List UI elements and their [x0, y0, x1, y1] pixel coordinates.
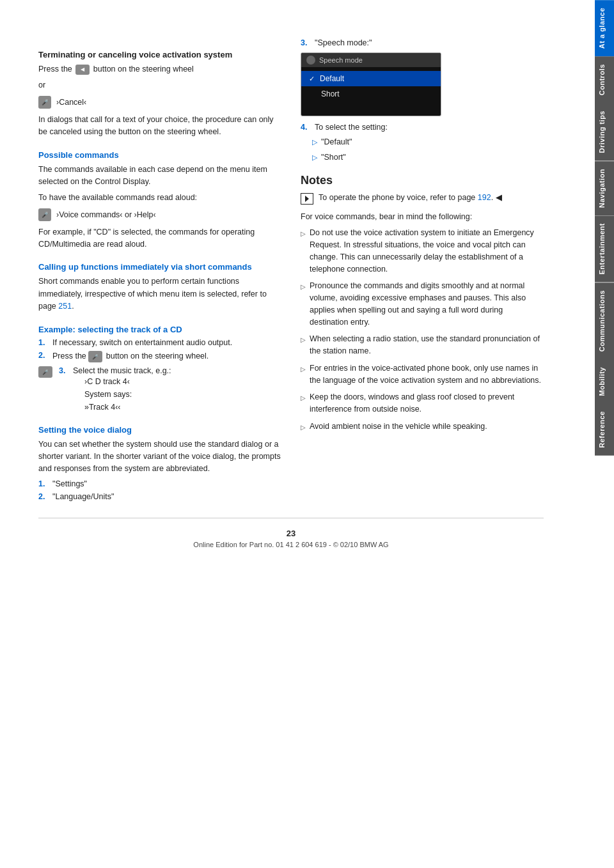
- step-3-num: 3.: [59, 366, 68, 375]
- bullet-2-icon: ▷: [301, 282, 306, 291]
- notes-body-intro: For voice commands, bear in mind the fol…: [301, 211, 544, 223]
- section-example-title: Example: selecting the track of a CD: [38, 325, 281, 334]
- speech-mode-title-text: Speech mode: [319, 56, 363, 64]
- speech-mode-default-label: Default: [320, 74, 344, 83]
- section-setting-title: Setting the voice dialog: [38, 425, 281, 435]
- sidebar-tab-at-a-glance[interactable]: At a glance: [595, 0, 614, 56]
- ref-arrow: ◀: [496, 193, 502, 202]
- sidebar-tab-navigation[interactable]: Navigation: [595, 161, 614, 215]
- setting-step-1-num: 1.: [38, 479, 47, 488]
- notes-ref-page[interactable]: 192: [478, 193, 491, 202]
- arrow-default-icon: ▷: [312, 137, 317, 148]
- section-possible-title: Possible commands: [38, 150, 281, 160]
- section-possible-body3: For example, if "CD" is selected, the co…: [38, 226, 281, 251]
- step-1-num: 1.: [38, 338, 47, 347]
- cancel-line: ›Cancel‹: [38, 96, 281, 109]
- bullet-6: ▷ Avoid ambient noise in the vehicle whi…: [301, 421, 544, 433]
- right-step-3-num: 3.: [301, 38, 310, 47]
- speech-mode-default: ✓ Default: [301, 71, 441, 86]
- page-footer: 23 Online Edition for Part no. 01 41 2 6…: [38, 518, 544, 554]
- step4-options: ▷ "Default" ▷ "Short": [301, 136, 544, 164]
- bullet-6-text: Avoid ambient noise in the vehicle while…: [310, 421, 487, 433]
- section-setting-voice: Setting the voice dialog You can set whe…: [38, 425, 281, 501]
- speech-mode-short-label: Short: [321, 89, 340, 98]
- speech-mode-body: ✓ Default Short: [301, 67, 441, 105]
- bullet-1: ▷ Do not use the voice activation system…: [301, 227, 544, 275]
- step-1-text: If necessary, switch on entertainment au…: [52, 338, 232, 347]
- voice-commands-icon: [38, 208, 51, 221]
- voice-commands-text: ›Voice commands‹ or ›Help‹: [56, 210, 156, 219]
- bullet-3-icon: ▷: [301, 335, 306, 345]
- setting-step-2: 2. "Language/Units": [38, 492, 281, 501]
- section-possible-body1: The commands available in each case depe…: [38, 164, 281, 189]
- step-3-line1: ›C D track 4‹: [84, 375, 171, 388]
- bullet-2-text: Pronounce the commands and digits smooth…: [310, 280, 544, 328]
- step4-default-text: "Default": [321, 136, 352, 148]
- right-step-4-row: 4. To select the setting:: [301, 123, 544, 132]
- section-terminating-body4: In dialogs that call for a text of your …: [38, 114, 281, 139]
- setting-step-2-num: 2.: [38, 492, 47, 501]
- section-terminating: Terminating or canceling voice activatio…: [38, 50, 281, 139]
- section-possible-commands: Possible commands The commands available…: [38, 150, 281, 251]
- svg-marker-0: [305, 196, 309, 202]
- section-terminating-body1: Press the button on the steering wheel: [38, 63, 281, 75]
- bullet-4-text: For entries in the voice-activated phone…: [310, 362, 544, 387]
- notes-bullet-list: ▷ Do not use the voice activation system…: [301, 227, 544, 432]
- page-number: 23: [193, 529, 388, 538]
- notes-section: Notes To operate the phone by voice, ref…: [301, 174, 544, 433]
- sidebar-tab-controls[interactable]: Controls: [595, 56, 614, 103]
- right-step-3-text: "Speech mode:": [315, 38, 372, 47]
- step-3-row: 3. Select the music track, e.g.: ›C D tr…: [38, 366, 281, 414]
- footer-copyright: Online Edition for Part no. 01 41 2 604 …: [193, 541, 388, 548]
- bullet-3: ▷ When selecting a radio station, use th…: [301, 333, 544, 357]
- voice-step3-icon: [38, 366, 52, 378]
- step4-option-default: ▷ "Default": [312, 136, 544, 148]
- step-2-num: 2.: [38, 351, 47, 360]
- arrow-short-icon: ▷: [312, 152, 317, 164]
- section-possible-body2: To have the available commands read alou…: [38, 192, 281, 204]
- step-2-text: Press the button on the steering wheel.: [52, 351, 209, 362]
- sidebar-tab-entertainment[interactable]: Entertainment: [595, 215, 614, 282]
- section-terminating-or: or: [38, 79, 281, 91]
- left-column: Terminating or canceling voice activatio…: [38, 38, 281, 505]
- sidebar: At a glance Controls Driving tips Naviga…: [595, 0, 614, 868]
- bullet-2: ▷ Pronounce the commands and digits smoo…: [301, 280, 544, 328]
- steering-wheel-button-icon: [75, 65, 90, 75]
- speech-mode-short: Short: [301, 86, 441, 102]
- section-setting-body1: You can set whether the system should us…: [38, 438, 281, 476]
- notes-title: Notes: [301, 174, 544, 187]
- sidebar-tab-reference[interactable]: Reference: [595, 403, 614, 456]
- sidebar-tab-driving-tips[interactable]: Driving tips: [595, 103, 614, 161]
- section-terminating-title: Terminating or canceling voice activatio…: [38, 50, 281, 59]
- step-3-text: Select the music track, e.g.: ›C D track…: [73, 366, 171, 414]
- steering-wheel-icon-step2: [88, 351, 102, 362]
- section-calling-title: Calling up functions immediately via sho…: [38, 262, 281, 272]
- bullet-6-icon: ▷: [301, 422, 306, 432]
- page-link-251[interactable]: 251: [58, 302, 72, 311]
- step-1-row: 1. If necessary, switch on entertainment…: [38, 338, 281, 347]
- step-3-indented: ›C D track 4‹ System says: »Track 4‹‹: [73, 375, 171, 414]
- speech-mode-image: Speech mode ✓ Default Short: [301, 52, 441, 116]
- section-calling-up: Calling up functions immediately via sho…: [38, 262, 281, 313]
- bullet-3-text: When selecting a radio station, use the …: [310, 333, 544, 357]
- bullet-5-icon: ▷: [301, 393, 306, 403]
- section-example-cd: Example: selecting the track of a CD 1. …: [38, 325, 281, 414]
- sidebar-tab-mobility[interactable]: Mobility: [595, 359, 614, 404]
- bullet-4-icon: ▷: [301, 364, 306, 374]
- step-2-row: 2. Press the button on the steering whee…: [38, 351, 281, 362]
- sidebar-tab-communications[interactable]: Communications: [595, 283, 614, 359]
- section-calling-body: Short commands enable you to perform cer…: [38, 275, 281, 313]
- right-step-4-num: 4.: [301, 123, 310, 132]
- setting-step-1-text: "Settings": [52, 479, 87, 488]
- step-3-line2: System says:: [84, 388, 171, 401]
- footer-center: 23 Online Edition for Part no. 01 41 2 6…: [193, 529, 388, 548]
- bullet-1-icon: ▷: [301, 229, 306, 238]
- right-step-4-text: To select the setting:: [315, 123, 388, 132]
- check-icon: ✓: [309, 75, 315, 83]
- right-step-3-row: 3. "Speech mode:": [301, 38, 544, 47]
- step4-option-short: ▷ "Short": [312, 151, 544, 164]
- bullet-5-text: Keep the doors, windows and glass roof c…: [310, 391, 544, 415]
- bullet-1-text: Do not use the voice activation system t…: [310, 227, 544, 275]
- notes-ref-row: To operate the phone by voice, refer to …: [301, 192, 544, 205]
- right-column: 3. "Speech mode:" Speech mode ✓ Default: [301, 38, 544, 505]
